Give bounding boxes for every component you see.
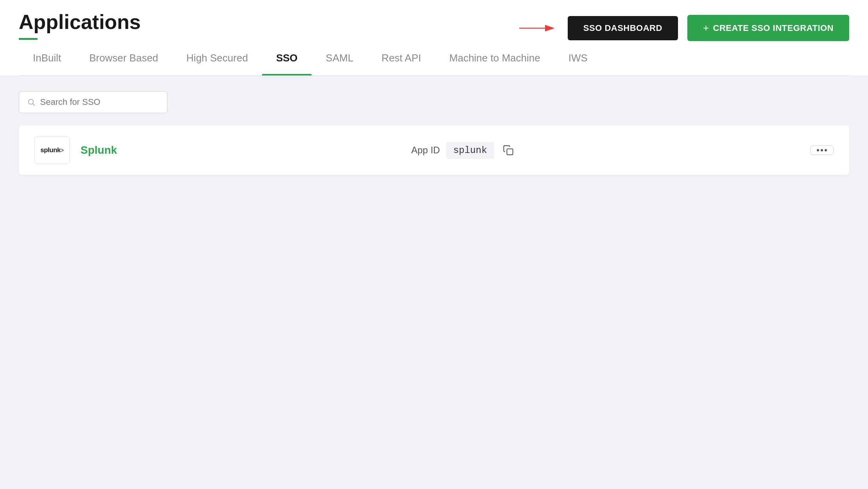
app-center: App ID splunk [411,142,516,159]
tab-machine-to-machine[interactable]: Machine to Machine [435,41,554,75]
splunk-logo-text: splunk> [40,146,63,154]
title-underline [19,38,38,40]
tab-inbuilt[interactable]: InBuilt [19,41,75,75]
dot-3 [825,149,827,151]
dot-2 [821,149,823,151]
app-left: splunk> Splunk [34,137,117,164]
tabs-container: InBuilt Browser Based High Secured SSO S… [0,41,868,76]
plus-icon: + [703,22,709,34]
app-id-label: App ID [411,145,440,156]
app-list: splunk> Splunk App ID splunk [19,126,849,175]
search-container [19,91,849,113]
table-row: splunk> Splunk App ID splunk [19,126,849,175]
tabs-list: InBuilt Browser Based High Secured SSO S… [19,41,849,76]
tab-high-secured[interactable]: High Secured [172,41,262,75]
tab-sso[interactable]: SSO [262,41,312,75]
svg-point-2 [29,99,34,104]
tab-rest-api[interactable]: Rest API [368,41,435,75]
search-icon [27,97,36,107]
tab-saml[interactable]: SAML [312,41,368,75]
arrow-icon [519,23,558,33]
main-content: splunk> Splunk App ID splunk [0,76,868,191]
app-id-value: splunk [446,142,494,159]
page-title-section: Applications [19,11,141,40]
app-logo: splunk> [34,137,70,164]
svg-line-3 [33,104,35,106]
more-options-button[interactable] [810,146,834,155]
tab-browser-based[interactable]: Browser Based [75,41,172,75]
search-wrapper [19,91,167,113]
create-sso-button[interactable]: + CREATE SSO INTEGRATION [687,15,849,41]
search-input[interactable] [40,97,159,107]
app-name: Splunk [81,144,117,156]
page-title: Applications [19,11,141,33]
page-header: Applications SSO DASHBOARD + CREATE SSO … [0,0,868,41]
arrow-indicator [519,23,558,33]
header-actions: SSO DASHBOARD + CREATE SSO INTEGRATION [519,11,849,41]
copy-app-id-button[interactable] [500,142,516,158]
copy-icon [503,145,514,156]
svg-rect-4 [507,149,513,155]
tab-iws[interactable]: IWS [554,41,602,75]
sso-dashboard-button[interactable]: SSO DASHBOARD [568,16,678,40]
create-sso-label: CREATE SSO INTEGRATION [713,23,834,33]
dot-1 [817,149,819,151]
app-right [810,146,834,155]
